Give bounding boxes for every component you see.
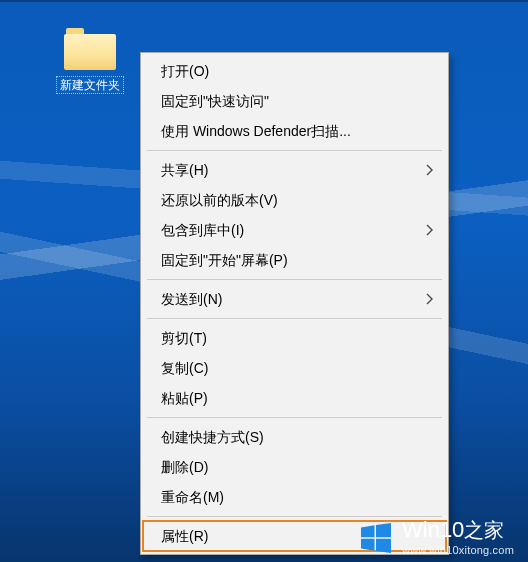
menu-item-label: 创建快捷方式(S) — [161, 429, 264, 445]
menu-item-label: 固定到"快速访问" — [161, 93, 269, 109]
menu-separator — [147, 150, 442, 151]
menu-item-label: 删除(D) — [161, 459, 208, 475]
menu-item-2[interactable]: 使用 Windows Defender扫描... — [143, 116, 446, 146]
watermark-brand: Win10之家 — [402, 519, 514, 541]
menu-item-label: 重命名(M) — [161, 489, 224, 505]
menu-item-6[interactable]: 包含到库中(I) — [143, 215, 446, 245]
menu-item-label: 使用 Windows Defender扫描... — [161, 123, 351, 139]
folder-icon — [64, 28, 116, 70]
menu-item-13[interactable]: 粘贴(P) — [143, 383, 446, 413]
menu-item-label: 打开(O) — [161, 63, 209, 79]
watermark: Win10之家 www.win10xitong.com — [358, 519, 514, 556]
menu-item-1[interactable]: 固定到"快速访问" — [143, 86, 446, 116]
context-menu: 打开(O)固定到"快速访问"使用 Windows Defender扫描...共享… — [140, 52, 449, 555]
menu-item-0[interactable]: 打开(O) — [143, 56, 446, 86]
menu-separator — [147, 516, 442, 517]
menu-item-12[interactable]: 复制(C) — [143, 353, 446, 383]
menu-item-9[interactable]: 发送到(N) — [143, 284, 446, 314]
menu-item-5[interactable]: 还原以前的版本(V) — [143, 185, 446, 215]
menu-item-label: 剪切(T) — [161, 330, 207, 346]
chevron-right-icon — [426, 293, 434, 305]
menu-item-15[interactable]: 创建快捷方式(S) — [143, 422, 446, 452]
menu-separator — [147, 417, 442, 418]
svg-marker-0 — [361, 525, 375, 537]
menu-item-label: 固定到"开始"屏幕(P) — [161, 252, 288, 268]
menu-item-label: 复制(C) — [161, 360, 208, 376]
menu-item-4[interactable]: 共享(H) — [143, 155, 446, 185]
menu-item-label: 还原以前的版本(V) — [161, 192, 278, 208]
menu-item-label: 属性(R) — [161, 528, 208, 544]
menu-item-7[interactable]: 固定到"开始"屏幕(P) — [143, 245, 446, 275]
svg-marker-1 — [376, 523, 391, 537]
menu-item-11[interactable]: 剪切(T) — [143, 323, 446, 353]
watermark-url: www.win10xitong.com — [402, 545, 514, 556]
folder-label: 新建文件夹 — [56, 76, 124, 94]
menu-separator — [147, 318, 442, 319]
menu-item-label: 包含到库中(I) — [161, 222, 244, 238]
svg-marker-3 — [376, 538, 391, 552]
menu-item-label: 共享(H) — [161, 162, 208, 178]
window-top-border — [0, 0, 528, 2]
chevron-right-icon — [426, 164, 434, 176]
svg-marker-2 — [361, 538, 375, 550]
menu-separator — [147, 279, 442, 280]
menu-item-16[interactable]: 删除(D) — [143, 452, 446, 482]
desktop-folder[interactable]: 新建文件夹 — [51, 28, 129, 94]
menu-item-17[interactable]: 重命名(M) — [143, 482, 446, 512]
menu-item-label: 发送到(N) — [161, 291, 222, 307]
menu-item-label: 粘贴(P) — [161, 390, 208, 406]
chevron-right-icon — [426, 224, 434, 236]
windows-logo-icon — [358, 520, 394, 556]
